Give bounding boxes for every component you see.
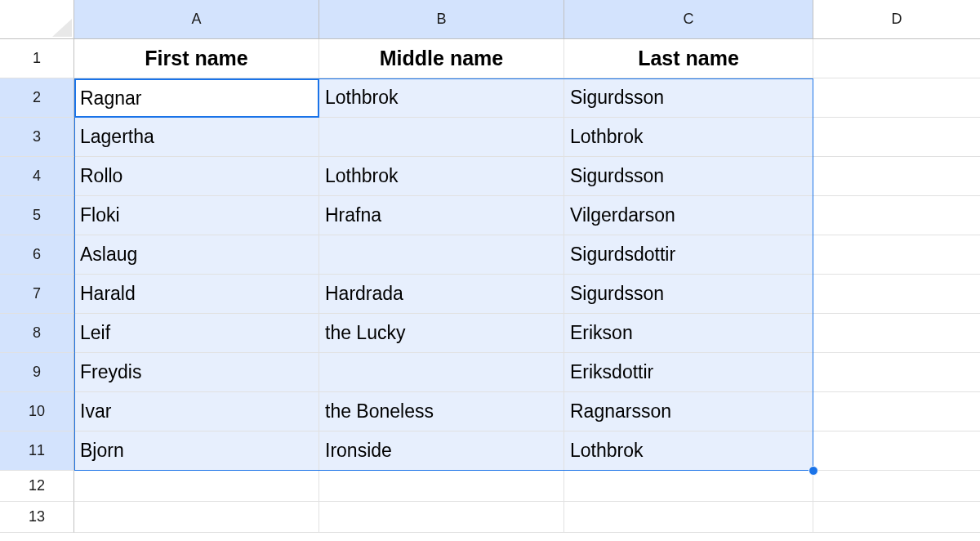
cell-A8[interactable]: Leif bbox=[74, 314, 319, 353]
cell-B11[interactable]: Ironside bbox=[319, 431, 564, 471]
cell-B3[interactable] bbox=[319, 118, 564, 157]
table-row: Freydis Eriksdottir bbox=[74, 353, 980, 392]
table-row: Rollo Lothbrok Sigurdsson bbox=[74, 157, 980, 196]
select-all-corner[interactable] bbox=[0, 0, 74, 39]
table-row bbox=[74, 502, 980, 533]
cell-B4[interactable]: Lothbrok bbox=[319, 157, 564, 196]
cell-B10[interactable]: the Boneless bbox=[319, 392, 564, 431]
cell-A1[interactable]: First name bbox=[74, 39, 319, 78]
col-header-B[interactable]: B bbox=[319, 0, 564, 39]
row-headers: 1 2 3 4 5 6 7 8 9 10 11 12 13 bbox=[0, 39, 74, 533]
row-header-7[interactable]: 7 bbox=[0, 275, 74, 314]
cell-A6[interactable]: Aslaug bbox=[74, 235, 319, 275]
row-header-5[interactable]: 5 bbox=[0, 196, 74, 235]
active-cell[interactable]: Ragnar bbox=[74, 78, 319, 118]
cell-C10[interactable]: Ragnarsson bbox=[564, 392, 813, 431]
cell-C11[interactable]: Lothbrok bbox=[564, 431, 813, 471]
cell-C13[interactable] bbox=[564, 502, 813, 533]
cell-C2[interactable]: Sigurdsson bbox=[564, 78, 813, 118]
cell-B2[interactable]: Lothbrok bbox=[319, 78, 564, 118]
cell-D2[interactable] bbox=[813, 78, 980, 118]
col-header-A[interactable]: A bbox=[74, 0, 319, 39]
row-header-6[interactable]: 6 bbox=[0, 235, 74, 275]
row-header-2[interactable]: 2 bbox=[0, 78, 74, 118]
cell-A7[interactable]: Harald bbox=[74, 275, 319, 314]
table-row: Harald Hardrada Sigurdsson bbox=[74, 275, 980, 314]
cell-A9[interactable]: Freydis bbox=[74, 353, 319, 392]
cell-A5[interactable]: Floki bbox=[74, 196, 319, 235]
cell-B1[interactable]: Middle name bbox=[319, 39, 564, 78]
row-header-10[interactable]: 10 bbox=[0, 392, 74, 431]
cell-A12[interactable] bbox=[74, 471, 319, 502]
cell-D3[interactable] bbox=[813, 118, 980, 157]
cell-C3[interactable]: Lothbrok bbox=[564, 118, 813, 157]
col-header-D[interactable]: D bbox=[813, 0, 980, 39]
cell-A13[interactable] bbox=[74, 502, 319, 533]
col-header-C[interactable]: C bbox=[564, 0, 813, 39]
table-row bbox=[74, 471, 980, 502]
cell-D9[interactable] bbox=[813, 353, 980, 392]
cell-D13[interactable] bbox=[813, 502, 980, 533]
table-row: Lagertha Lothbrok bbox=[74, 118, 980, 157]
cell-A10[interactable]: Ivar bbox=[74, 392, 319, 431]
row-header-11[interactable]: 11 bbox=[0, 431, 74, 471]
cell-C7[interactable]: Sigurdsson bbox=[564, 275, 813, 314]
cell-D12[interactable] bbox=[813, 471, 980, 502]
cell-B6[interactable] bbox=[319, 235, 564, 275]
cell-C12[interactable] bbox=[564, 471, 813, 502]
cell-C6[interactable]: Sigurdsdottir bbox=[564, 235, 813, 275]
cell-C8[interactable]: Erikson bbox=[564, 314, 813, 353]
row-header-13[interactable]: 13 bbox=[0, 502, 74, 533]
row-header-8[interactable]: 8 bbox=[0, 314, 74, 353]
column-headers: A B C D bbox=[74, 0, 980, 39]
cell-D6[interactable] bbox=[813, 235, 980, 275]
table-row: Ivar the Boneless Ragnarsson bbox=[74, 392, 980, 431]
cell-B12[interactable] bbox=[319, 471, 564, 502]
cell-D7[interactable] bbox=[813, 275, 980, 314]
cell-B7[interactable]: Hardrada bbox=[319, 275, 564, 314]
cell-A3[interactable]: Lagertha bbox=[74, 118, 319, 157]
cell-C9[interactable]: Eriksdottir bbox=[564, 353, 813, 392]
row-header-4[interactable]: 4 bbox=[0, 157, 74, 196]
cell-B13[interactable] bbox=[319, 502, 564, 533]
cell-D5[interactable] bbox=[813, 196, 980, 235]
cell-C4[interactable]: Sigurdsson bbox=[564, 157, 813, 196]
cell-B5[interactable]: Hrafna bbox=[319, 196, 564, 235]
cell-D10[interactable] bbox=[813, 392, 980, 431]
row-header-3[interactable]: 3 bbox=[0, 118, 74, 157]
table-row: Floki Hrafna Vilgerdarson bbox=[74, 196, 980, 235]
row-header-12[interactable]: 12 bbox=[0, 471, 74, 502]
table-row: First name Middle name Last name bbox=[74, 39, 980, 78]
cell-B9[interactable] bbox=[319, 353, 564, 392]
cell-D1[interactable] bbox=[813, 39, 980, 78]
cell-A11[interactable]: Bjorn bbox=[74, 431, 319, 471]
cell-D8[interactable] bbox=[813, 314, 980, 353]
spreadsheet: A B C D 1 2 3 4 5 6 7 8 9 10 11 12 13 Fi… bbox=[0, 0, 980, 541]
row-header-1[interactable]: 1 bbox=[0, 39, 74, 78]
cell-D4[interactable] bbox=[813, 157, 980, 196]
cell-C5[interactable]: Vilgerdarson bbox=[564, 196, 813, 235]
row-header-9[interactable]: 9 bbox=[0, 353, 74, 392]
cell-D11[interactable] bbox=[813, 431, 980, 471]
cell-C1[interactable]: Last name bbox=[564, 39, 813, 78]
cell-A4[interactable]: Rollo bbox=[74, 157, 319, 196]
table-row: Bjorn Ironside Lothbrok bbox=[74, 431, 980, 471]
table-row: Aslaug Sigurdsdottir bbox=[74, 235, 980, 275]
cell-B8[interactable]: the Lucky bbox=[319, 314, 564, 353]
table-row: Leif the Lucky Erikson bbox=[74, 314, 980, 353]
